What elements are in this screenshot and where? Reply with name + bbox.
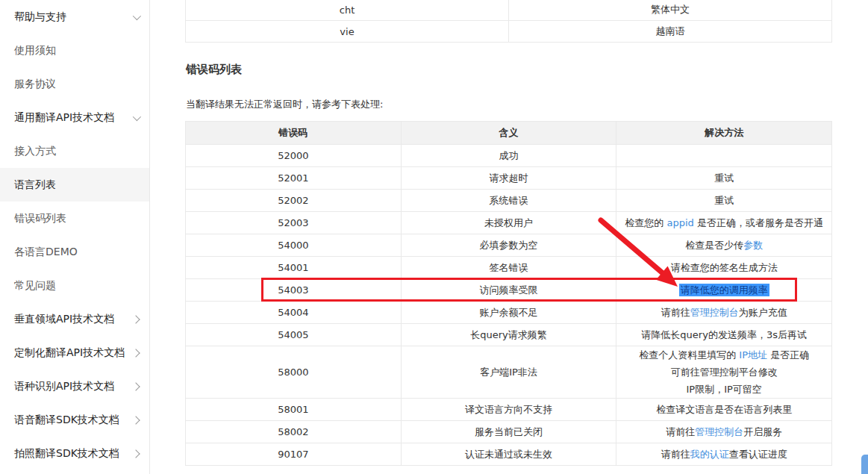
error-code-cell: 52000 xyxy=(186,145,402,167)
back-to-top-button[interactable] xyxy=(861,455,868,474)
sidebar-item-label: 错误码列表 xyxy=(14,212,66,225)
solution-line: 重试 xyxy=(622,192,825,209)
sidebar-item-label: 使用须知 xyxy=(14,44,56,57)
inline-link[interactable]: IP地址 xyxy=(739,349,767,361)
sidebar-item-label: 拍照翻译SDK技术文档 xyxy=(14,447,119,461)
sidebar-item[interactable]: 常见问题 xyxy=(0,269,149,302)
error-solution-cell: 检查您的 appid 是否正确，或者服务是否开通 xyxy=(616,212,832,234)
error-table-row: 58000客户端IP非法检查个人资料里填写的 IP地址 是否正确可前往管理控制平… xyxy=(186,346,832,399)
error-solution-cell: 请前往管理控制台为账户充值 xyxy=(616,302,832,324)
error-meaning-cell: 长query请求频繁 xyxy=(401,324,616,346)
solution-line: 请降低您的调用频率 xyxy=(622,281,825,299)
solution-text: 请降低长query的发送频率，3s后再试 xyxy=(641,329,807,340)
error-table-row-highlighted: 54003访问频率受限请降低您的调用频率 xyxy=(186,279,832,302)
solution-text: 检查个人资料里填写的 xyxy=(639,349,739,361)
error-code-cell: 52002 xyxy=(186,190,402,212)
sidebar-item[interactable]: 帮助与支持 xyxy=(0,0,149,34)
error-meaning-cell: 系统错误 xyxy=(401,190,616,212)
sidebar-item-label: 服务协议 xyxy=(14,78,56,91)
error-code-cell: 54003 xyxy=(186,279,402,302)
error-solution-cell: 请降低长query的发送频率，3s后再试 xyxy=(616,324,832,346)
solution-text: 可前往管理控制平台修改 xyxy=(671,367,778,378)
sidebar-item[interactable]: 接入方式 xyxy=(0,134,149,168)
solution-line: 请前往我的认证查看认证进度 xyxy=(622,446,825,463)
solution-line: 检查是否少传参数 xyxy=(622,237,825,254)
solution-text: 请前往 xyxy=(661,449,690,460)
error-code-cell: 52001 xyxy=(186,167,402,190)
solution-text: 重试 xyxy=(714,195,734,206)
inline-link[interactable]: appid xyxy=(666,217,693,228)
error-code-cell: 54001 xyxy=(186,257,402,279)
error-table-row: 90107认证未通过或未生效请前往我的认证查看认证进度 xyxy=(186,443,832,466)
sidebar-item[interactable]: 错误码列表 xyxy=(0,202,149,235)
sidebar-item[interactable]: 服务协议 xyxy=(0,67,149,101)
sidebar-item-label: 语言列表 xyxy=(14,178,56,192)
error-code-cell: 58000 xyxy=(186,346,402,399)
chevron-right-icon xyxy=(131,416,140,424)
sidebar-item[interactable]: 语种识别API技术文档 xyxy=(0,369,149,403)
chevron-down-icon xyxy=(133,11,141,19)
error-meaning-cell: 请求超时 xyxy=(401,167,616,190)
error-table-body: 52000成功52001请求超时重试52002系统错误重试52003未授权用户检… xyxy=(186,145,832,466)
error-table-row: 52000成功 xyxy=(186,145,832,167)
error-meaning-cell: 成功 xyxy=(401,145,616,167)
solution-line: 请前往管理控制台开启服务 xyxy=(622,423,825,440)
error-meaning-cell: 认证未通过或未生效 xyxy=(401,443,616,466)
error-solution-cell: 请检查您的签名生成方法 xyxy=(616,257,832,279)
chevron-right-icon xyxy=(131,349,140,357)
sidebar-item-label: 接入方式 xyxy=(14,145,56,158)
page-title: 错误码列表 xyxy=(186,63,242,77)
solution-text: 请检查您的签名生成方法 xyxy=(671,262,778,273)
language-table-cell: 越南语 xyxy=(509,21,832,43)
intro-text: 当翻译结果无法正常返回时，请参考下表处理: xyxy=(186,98,383,111)
chevron-down-icon xyxy=(133,112,141,120)
error-table-head: 错误码含义解决方法 xyxy=(186,122,832,145)
sidebar-item[interactable]: 定制化翻译API技术文档 xyxy=(0,336,149,369)
solution-line: 请前往管理控制台为账户充值 xyxy=(622,304,825,321)
solution-text: 是否正确 xyxy=(767,349,809,361)
solution-text: 是否正确，或者服务是否开通 xyxy=(694,217,823,228)
error-meaning-cell: 必填参数为空 xyxy=(401,234,616,257)
error-code-cell: 54000 xyxy=(186,234,402,257)
language-table-cell: cht xyxy=(186,0,509,21)
sidebar-item[interactable]: 各语言DEMO xyxy=(0,235,149,269)
inline-link[interactable]: 参数 xyxy=(743,240,763,251)
sidebar-item[interactable]: 垂直领域API技术文档 xyxy=(0,302,149,336)
inline-link[interactable]: 管理控制台 xyxy=(690,307,739,318)
error-code-cell: 58001 xyxy=(186,399,402,421)
error-code-cell: 54005 xyxy=(186,324,402,346)
solution-line: 重试 xyxy=(622,169,825,187)
sidebar-item[interactable]: 使用须知 xyxy=(0,34,149,67)
error-meaning-cell: 服务当前已关闭 xyxy=(401,421,616,443)
error-table-row: 58002服务当前已关闭请前往管理控制台开启服务 xyxy=(186,421,832,443)
sidebar-nav: 帮助与支持使用须知服务协议通用翻译API技术文档接入方式语言列表错误码列表各语言… xyxy=(0,0,150,474)
error-solution-cell: 重试 xyxy=(616,190,832,212)
inline-link[interactable]: 管理控制台 xyxy=(695,426,743,437)
sidebar-item[interactable]: 语言列表 xyxy=(0,168,149,202)
solution-line: IP限制，IP可留空 xyxy=(622,381,825,398)
error-code-cell: 54004 xyxy=(186,302,402,324)
language-table-cell: 繁体中文 xyxy=(509,0,832,21)
sidebar-item-label: 定制化翻译API技术文档 xyxy=(14,346,125,360)
chevron-right-icon xyxy=(131,315,140,323)
error-code-cell: 90107 xyxy=(186,443,402,466)
error-solution-cell: 检查是否少传参数 xyxy=(616,234,832,257)
error-table-row: 52001请求超时重试 xyxy=(186,167,832,190)
error-meaning-cell: 译文语言方向不支持 xyxy=(401,399,616,421)
chevron-right-icon xyxy=(131,449,140,458)
sidebar-item[interactable]: 语音翻译SDK技术文档 xyxy=(0,403,149,437)
solution-line: 检查您的 appid 是否正确，或者服务是否开通 xyxy=(622,214,825,231)
error-table-row: 54001签名错误请检查您的签名生成方法 xyxy=(186,257,832,279)
sidebar-item-label: 各语言DEMO xyxy=(14,246,78,259)
solution-text: 检查译文语言是否在语言列表里 xyxy=(656,404,792,415)
error-table-header-cell: 解决方法 xyxy=(616,122,832,145)
solution-text: 检查是否少传 xyxy=(685,240,743,251)
solution-text: 查看认证进度 xyxy=(729,449,787,460)
solution-line: 检查译文语言是否在语言列表里 xyxy=(622,401,825,418)
language-table-body: cht繁体中文vie越南语 xyxy=(186,0,832,43)
error-table-header-row: 错误码含义解决方法 xyxy=(186,122,832,145)
sidebar-item[interactable]: 通用翻译API技术文档 xyxy=(0,101,149,134)
inline-link[interactable]: 我的认证 xyxy=(690,449,729,460)
chevron-right-icon xyxy=(131,382,140,390)
sidebar-item[interactable]: 拍照翻译SDK技术文档 xyxy=(0,437,149,470)
